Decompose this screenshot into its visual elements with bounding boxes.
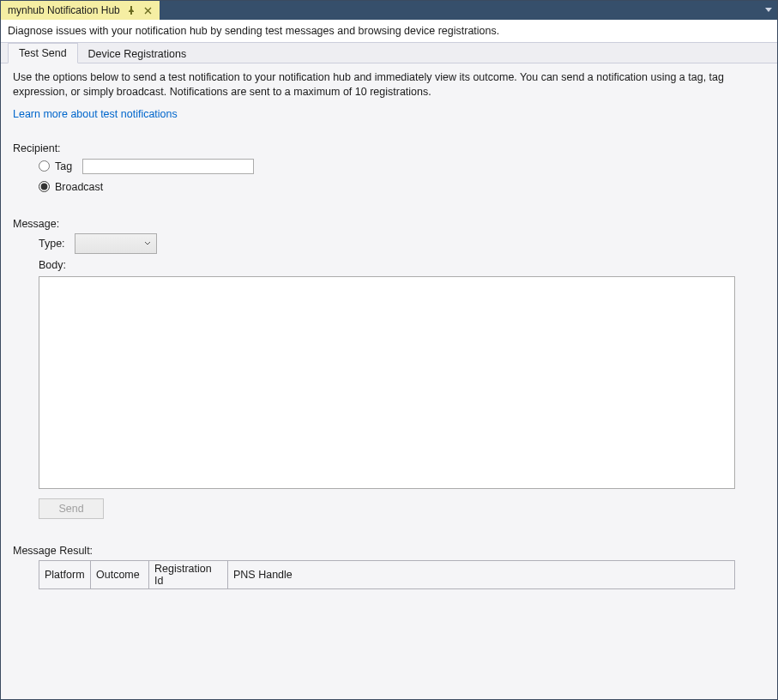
document-tab-title: mynhub Notification Hub (8, 4, 120, 16)
window-menu-dropdown[interactable] (760, 1, 777, 20)
tab-device-registrations[interactable]: Device Registrations (78, 45, 197, 63)
tab-test-send[interactable]: Test Send (8, 43, 78, 63)
recipient-broadcast-radio-label: Broadcast (55, 181, 103, 193)
tag-input[interactable] (82, 159, 254, 174)
recipient-tag-radio[interactable] (39, 160, 50, 172)
tab-test-send-label: Test Send (19, 47, 67, 59)
recipient-tag-radio-label: Tag (55, 160, 72, 172)
col-outcome[interactable]: Outcome (91, 560, 149, 588)
message-label: Message: (13, 218, 765, 230)
recipient-label: Recipient: (13, 142, 765, 154)
recipient-tag-row: Tag (39, 158, 765, 175)
tab-device-registrations-label: Device Registrations (88, 48, 187, 60)
col-registration-id[interactable]: Registration Id (149, 560, 228, 588)
body-textarea[interactable] (39, 276, 735, 489)
help-text: Use the options below to send a test not… (13, 70, 765, 100)
result-header-row: Platform Outcome Registration Id PNS Han… (39, 560, 735, 588)
pin-icon[interactable] (125, 4, 137, 16)
type-label: Type: (39, 238, 75, 250)
body-row: Body: (39, 259, 765, 271)
result-table: Platform Outcome Registration Id PNS Han… (39, 560, 735, 589)
chevron-down-icon (144, 239, 151, 248)
titlebar-spacer (160, 1, 760, 20)
body-label: Body: (39, 259, 75, 271)
close-icon[interactable] (142, 4, 154, 16)
learn-more-link[interactable]: Learn more about test notifications (13, 108, 765, 120)
col-pns-handle[interactable]: PNS Handle (228, 560, 735, 588)
content-panel: Use the options below to send a test not… (1, 63, 777, 699)
document-tab[interactable]: mynhub Notification Hub (1, 1, 160, 20)
page-description: Diagnose issues with your notification h… (1, 20, 777, 43)
send-button-label: Send (58, 503, 83, 515)
titlebar: mynhub Notification Hub (1, 1, 777, 20)
send-button[interactable]: Send (39, 498, 104, 519)
sub-tab-bar: Test Send Device Registrations (1, 43, 777, 63)
col-platform[interactable]: Platform (39, 560, 91, 588)
recipient-broadcast-radio[interactable] (39, 181, 50, 192)
message-result-label: Message Result: (13, 545, 765, 557)
window: mynhub Notification Hub Diagnose issues … (0, 0, 778, 700)
type-dropdown[interactable] (75, 233, 157, 254)
type-row: Type: (39, 233, 765, 254)
recipient-broadcast-row: Broadcast (39, 178, 765, 196)
document-tab-well: mynhub Notification Hub (1, 1, 160, 20)
